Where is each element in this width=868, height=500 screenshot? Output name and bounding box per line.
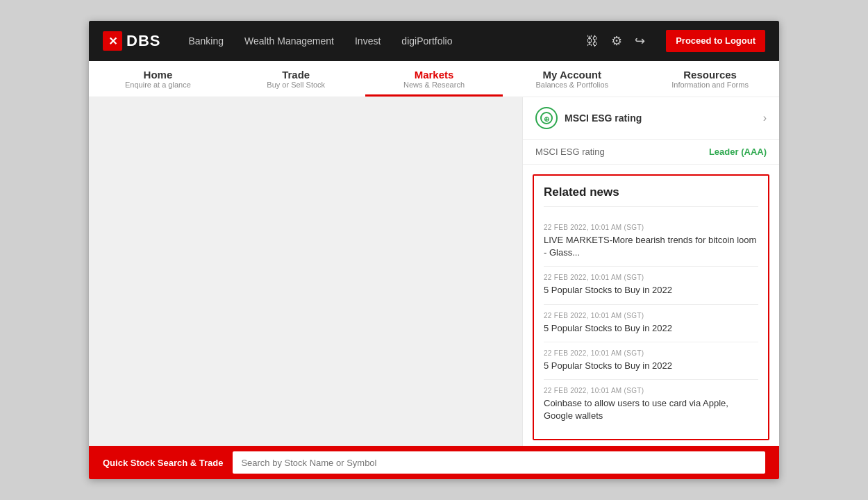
top-nav-icons: ⛓ ⚙ ↪	[586, 33, 645, 49]
svg-text:⊕: ⊕	[544, 115, 549, 123]
quick-search-label: Quick Stock Search & Trade	[103, 458, 223, 468]
right-panel: ⊕ MSCI ESG rating › MSCI ESG rating Lead…	[522, 97, 779, 446]
nav-wealth[interactable]: Wealth Management	[244, 35, 334, 47]
news-date-4: 22 FEB 2022, 10:01 AM (SGT)	[544, 349, 758, 357]
related-news-title: Related news	[544, 185, 758, 207]
news-item-3[interactable]: 22 FEB 2022, 10:01 AM (SGT) 5 Popular St…	[544, 305, 758, 342]
msci-title: MSCI ESG rating	[565, 112, 642, 124]
nav-trade[interactable]: Trade Buy or Sell Stock	[227, 61, 365, 97]
nav-resources[interactable]: Resources Information and Forms	[641, 61, 779, 97]
msci-header-left: ⊕ MSCI ESG rating	[535, 107, 642, 129]
msci-header[interactable]: ⊕ MSCI ESG rating ›	[523, 97, 779, 140]
news-headline-4: 5 Popular Stocks to Buy in 2022	[544, 360, 758, 372]
related-news-box: Related news 22 FEB 2022, 10:01 AM (SGT)…	[533, 174, 769, 440]
nav-home[interactable]: Home Enquire at a glance	[89, 61, 227, 97]
news-headline-1: LIVE MARKETS-More bearish trends for bit…	[544, 234, 758, 259]
logo-x-icon: ✕	[108, 35, 117, 48]
news-item-4[interactable]: 22 FEB 2022, 10:01 AM (SGT) 5 Popular St…	[544, 342, 758, 380]
msci-rating-row: MSCI ESG rating Leader (AAA)	[523, 140, 779, 165]
top-nav: ✕ DBS Banking Wealth Management Invest d…	[89, 21, 779, 61]
nav-invest[interactable]: Invest	[355, 35, 381, 47]
dbs-logo-text: DBS	[126, 32, 160, 50]
news-date-2: 22 FEB 2022, 10:01 AM (SGT)	[544, 274, 758, 281]
settings-icon[interactable]: ⚙	[611, 33, 622, 49]
msci-rating-label: MSCI ESG rating	[535, 147, 605, 157]
nav-my-account[interactable]: My Account Balances & Portfolios	[503, 61, 641, 97]
logo-area[interactable]: ✕ DBS	[103, 31, 160, 51]
news-headline-3: 5 Popular Stocks to Buy in 2022	[544, 322, 758, 335]
main-content: ⊕ MSCI ESG rating › MSCI ESG rating Lead…	[89, 97, 779, 446]
news-date-5: 22 FEB 2022, 10:01 AM (SGT)	[544, 387, 758, 394]
news-headline-5: Coinbase to allow users to use card via …	[544, 397, 758, 422]
msci-icon: ⊕	[535, 107, 558, 129]
news-date-1: 22 FEB 2022, 10:01 AM (SGT)	[544, 224, 758, 231]
msci-chevron-icon: ›	[763, 112, 767, 124]
msci-rating-value: Leader (AAA)	[709, 147, 767, 157]
news-item-5[interactable]: 22 FEB 2022, 10:01 AM (SGT) Coinbase to …	[544, 380, 758, 429]
left-panel	[89, 97, 522, 446]
news-item-1[interactable]: 22 FEB 2022, 10:01 AM (SGT) LIVE MARKETS…	[544, 217, 758, 267]
quick-search-input[interactable]	[233, 451, 765, 474]
news-date-3: 22 FEB 2022, 10:01 AM (SGT)	[544, 312, 758, 319]
browser-window: ✕ DBS Banking Wealth Management Invest d…	[89, 21, 779, 479]
secondary-nav: Home Enquire at a glance Trade Buy or Se…	[89, 61, 779, 97]
news-headline-2: 5 Popular Stocks to Buy in 2022	[544, 284, 758, 297]
news-item-2[interactable]: 22 FEB 2022, 10:01 AM (SGT) 5 Popular St…	[544, 267, 758, 304]
nav-digiportfolio[interactable]: digiPortfolio	[401, 35, 452, 47]
network-icon[interactable]: ⛓	[586, 34, 599, 49]
proceed-logout-button[interactable]: Proceed to Logout	[666, 30, 765, 53]
nav-banking[interactable]: Banking	[188, 35, 224, 47]
nav-markets[interactable]: Markets News & Research	[365, 61, 503, 97]
logout-icon[interactable]: ↪	[635, 33, 645, 49]
bottom-bar: Quick Stock Search & Trade	[89, 446, 779, 479]
logo-box: ✕	[103, 31, 122, 51]
